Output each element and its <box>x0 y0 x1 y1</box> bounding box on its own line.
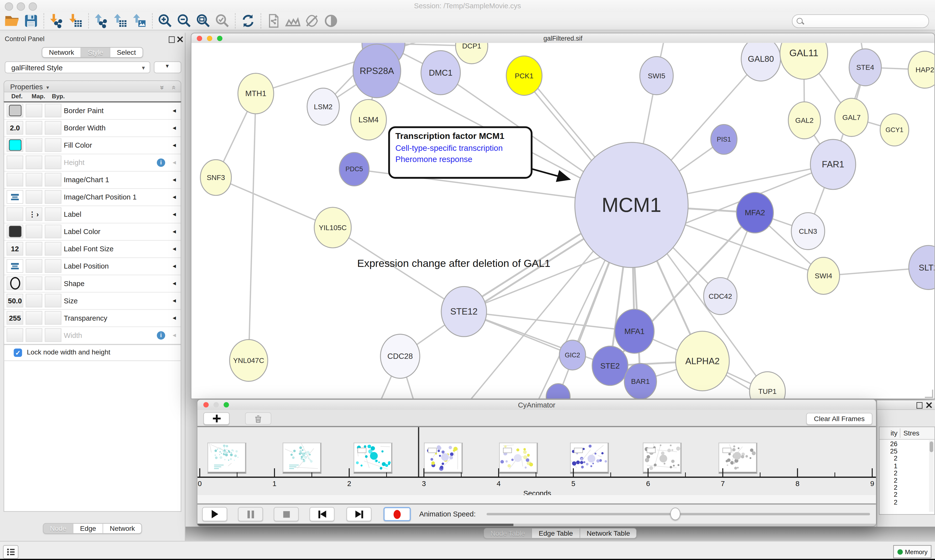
node-MFA1[interactable]: MFA1 <box>615 309 654 353</box>
map-cell[interactable] <box>26 328 42 342</box>
byp-cell[interactable] <box>45 276 62 290</box>
map-cell[interactable] <box>26 276 42 290</box>
skip-to-end-button[interactable] <box>347 507 372 521</box>
tab-network[interactable]: Network <box>42 48 81 57</box>
import-network-icon[interactable] <box>49 13 65 29</box>
collapse-all-icon[interactable]: » <box>167 86 179 89</box>
tab-style[interactable]: Style <box>81 48 110 57</box>
node-STE2[interactable]: STE2 <box>592 346 628 386</box>
node-ALPHA2[interactable]: ALPHA2 <box>676 331 729 391</box>
zoom-fit-icon[interactable] <box>196 13 211 29</box>
node-CDC28[interactable]: CDC28 <box>380 334 420 378</box>
table-scrollbar[interactable] <box>929 440 934 512</box>
snapshot-icon[interactable] <box>266 13 281 29</box>
clear-all-frames-button[interactable]: Clear All Frames <box>806 413 872 425</box>
timeline[interactable]: 0123456789 Seconds <box>197 427 876 495</box>
byp-cell[interactable] <box>45 259 62 273</box>
map-cell[interactable] <box>26 104 42 117</box>
def-cell[interactable] <box>6 276 23 290</box>
info-icon[interactable] <box>157 158 165 167</box>
def-cell[interactable] <box>6 155 23 169</box>
close-panel-icon[interactable] <box>176 36 183 42</box>
export-image-icon[interactable] <box>132 13 147 29</box>
annotation-link-1[interactable]: Cell-type-specific transcription <box>395 142 525 154</box>
play-button[interactable] <box>202 507 227 521</box>
stop-button[interactable] <box>274 507 299 521</box>
node-CLN3[interactable]: CLN3 <box>792 212 825 249</box>
show-panels-button[interactable] <box>3 545 19 559</box>
node-YIL105C[interactable]: YIL105C <box>314 207 351 248</box>
style-selector[interactable]: galFiltered Style <box>5 61 150 73</box>
expand-all-icon[interactable]: » <box>157 86 168 89</box>
node-SWI5[interactable]: SWI5 <box>640 57 673 95</box>
node-STE4[interactable]: STE4 <box>849 49 881 86</box>
byp-cell[interactable] <box>45 311 62 325</box>
def-cell[interactable] <box>6 173 23 186</box>
node-unlabeled[interactable] <box>546 384 570 399</box>
style-options-button[interactable] <box>154 61 181 73</box>
zoom-out-icon[interactable] <box>176 13 192 29</box>
lock-checkbox[interactable] <box>14 349 22 357</box>
expand-arrow-icon[interactable]: ◂ <box>173 228 176 235</box>
tab-edge-table[interactable]: Edge Table <box>532 528 580 538</box>
expand-arrow-icon[interactable]: ◂ <box>173 297 176 305</box>
node-MCM1[interactable]: MCM1 <box>575 142 688 267</box>
tab-node-table[interactable]: Node Table <box>484 528 532 538</box>
def-cell[interactable] <box>6 259 23 273</box>
node-MTH1[interactable]: MTH1 <box>238 73 274 114</box>
expand-arrow-icon[interactable]: ◂ <box>173 193 176 201</box>
node-GAL2[interactable]: GAL2 <box>788 102 821 139</box>
search-box[interactable] <box>792 14 929 28</box>
zoom-in-icon[interactable] <box>157 13 173 29</box>
node-YNL047C[interactable]: YNL047C <box>230 340 268 381</box>
byp-cell[interactable] <box>45 225 62 238</box>
property-row-fill-color[interactable]: Fill Color◂ <box>4 137 181 154</box>
def-cell[interactable] <box>6 190 23 204</box>
def-cell[interactable] <box>6 328 23 342</box>
node-STE12[interactable]: STE12 <box>441 286 486 337</box>
byp-cell[interactable] <box>45 104 62 117</box>
export-network-icon[interactable] <box>94 13 109 29</box>
node-DMC1[interactable]: DMC1 <box>421 51 460 95</box>
float-panel-icon[interactable] <box>169 36 174 43</box>
expand-arrow-icon[interactable]: ◂ <box>173 124 176 132</box>
def-cell[interactable]: 2.0 <box>6 121 23 134</box>
node-CDC42[interactable]: CDC42 <box>704 278 737 315</box>
zoom-selected-icon[interactable] <box>215 13 230 29</box>
property-row-label-font-size[interactable]: 12Label Font Size◂ <box>4 241 181 258</box>
node-GAL11[interactable]: GAL11 <box>780 43 828 79</box>
map-cell[interactable] <box>26 294 42 307</box>
expand-arrow-icon[interactable]: ◂ <box>173 245 176 253</box>
def-cell[interactable] <box>6 138 23 152</box>
map-cell[interactable] <box>26 155 42 169</box>
property-row-image-chart-position-1[interactable]: Image/Chart Position 1◂ <box>4 189 181 206</box>
def-cell[interactable]: 50.0 <box>6 294 23 307</box>
refresh-icon[interactable] <box>240 13 256 29</box>
byp-cell[interactable] <box>45 173 62 186</box>
node-PIS1[interactable]: PIS1 <box>711 125 737 154</box>
overview-icon[interactable] <box>285 13 301 29</box>
expand-arrow-icon[interactable]: ◂ <box>173 314 176 322</box>
tab-select[interactable]: Select <box>110 48 142 57</box>
table-row[interactable]: 25 <box>879 448 926 455</box>
table-row[interactable]: 2 <box>879 469 926 477</box>
tab-network-bottom[interactable]: Network <box>103 524 142 533</box>
property-row-size[interactable]: 50.0Size◂ <box>4 292 181 310</box>
node-LSM4[interactable]: LSM4 <box>350 100 386 140</box>
byp-cell[interactable] <box>45 294 62 307</box>
node-GIC2[interactable]: GIC2 <box>559 340 586 370</box>
resize-grip[interactable] <box>925 390 933 398</box>
table-row[interactable]: 2 <box>879 455 926 462</box>
node-LSM2[interactable]: LSM2 <box>307 88 339 125</box>
node-MFA2[interactable]: MFA2 <box>736 192 773 233</box>
property-row-label-position[interactable]: Label Position◂ <box>4 258 181 275</box>
annotation-box[interactable]: Transcription factor MCM1 Cell-type-spec… <box>388 126 532 179</box>
property-row-transparency[interactable]: 255Transparency◂ <box>4 310 181 327</box>
map-cell[interactable] <box>26 138 42 152</box>
node-SWI4[interactable]: SWI4 <box>807 257 839 294</box>
property-row-border-paint[interactable]: Border Paint◂ <box>4 102 181 120</box>
node-PDC5[interactable]: PDC5 <box>339 152 369 186</box>
expand-arrow-icon[interactable]: ◂ <box>173 210 176 218</box>
node-BAR1[interactable]: BAR1 <box>624 363 656 399</box>
node-PCK1[interactable]: PCK1 <box>506 56 542 95</box>
